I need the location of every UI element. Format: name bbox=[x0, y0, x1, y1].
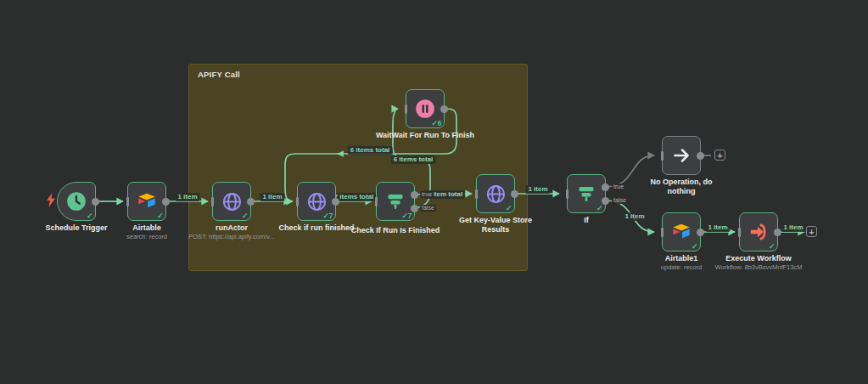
output-port-true[interactable] bbox=[411, 191, 418, 199]
input-port[interactable] bbox=[126, 197, 130, 206]
port-label-false: false bbox=[420, 205, 436, 212]
success-badge: ✓ bbox=[769, 242, 775, 251]
node-label: No Operation, do nothing bbox=[644, 178, 719, 196]
edge-label: 1 item bbox=[175, 193, 199, 201]
airtable-icon bbox=[670, 221, 692, 243]
globe-icon bbox=[221, 191, 243, 212]
node-label: Check If Run Is Finished bbox=[340, 226, 451, 236]
output-port[interactable] bbox=[697, 229, 704, 236]
success-badge: ✓7 bbox=[322, 212, 333, 220]
globe-icon bbox=[485, 184, 507, 205]
input-port[interactable] bbox=[661, 151, 664, 161]
edge-label: 1 item bbox=[260, 193, 284, 201]
output-port[interactable] bbox=[332, 198, 339, 206]
add-node-button[interactable]: + bbox=[714, 150, 725, 161]
node-check-if-run-is-finished[interactable]: ✓7 bbox=[376, 182, 415, 221]
output-port[interactable] bbox=[162, 198, 170, 206]
input-port[interactable] bbox=[405, 104, 408, 114]
node-label: If bbox=[535, 216, 637, 226]
arrow-right-icon bbox=[671, 145, 692, 166]
node-execute-workflow[interactable]: ✓ bbox=[739, 212, 778, 251]
node-schedule-trigger[interactable]: ✓ bbox=[57, 182, 96, 221]
node-check-if-run-finished[interactable]: ✓7 bbox=[297, 182, 336, 221]
port-label-true: true bbox=[420, 191, 434, 198]
edge-label: 1 item bbox=[781, 223, 805, 232]
node-label: Get Key-Value Store Results bbox=[449, 216, 542, 234]
workflow-icon bbox=[748, 221, 770, 243]
output-port-true[interactable] bbox=[602, 184, 609, 191]
node-airtable[interactable]: ✓ bbox=[127, 182, 166, 221]
success-badge: ✓ bbox=[87, 212, 92, 220]
input-port[interactable] bbox=[475, 189, 479, 199]
edge-label: 6 items total bbox=[391, 155, 436, 164]
port-label-false: false bbox=[612, 197, 628, 204]
output-port[interactable] bbox=[697, 152, 704, 160]
node-label: WaitWait For Run To Finish bbox=[374, 131, 476, 141]
edge-label: 1 item bbox=[525, 185, 550, 194]
trigger-bolt-icon bbox=[46, 193, 56, 207]
success-badge: ✓7 bbox=[401, 212, 412, 220]
output-port[interactable] bbox=[511, 190, 518, 198]
input-port[interactable] bbox=[738, 228, 742, 237]
node-label: Execute WorkflowWorkflow: 8b3vBsvvMnfF13… bbox=[703, 254, 814, 271]
input-port[interactable] bbox=[296, 197, 300, 206]
signpost-icon bbox=[385, 191, 406, 212]
input-port[interactable] bbox=[211, 197, 215, 206]
success-badge: ✓6 bbox=[431, 119, 441, 127]
output-port[interactable] bbox=[440, 105, 448, 113]
success-badge: ✓ bbox=[596, 204, 602, 212]
input-port[interactable] bbox=[566, 189, 569, 199]
port-label-true: true bbox=[612, 184, 625, 190]
signpost-icon bbox=[576, 184, 596, 204]
group-title: APIFY Call bbox=[198, 70, 240, 79]
output-port[interactable] bbox=[92, 198, 99, 206]
edge-label: 1 item bbox=[705, 223, 730, 232]
node-waitwait-for-run-to-finish[interactable]: ✓6 bbox=[406, 89, 445, 128]
success-badge: ✓ bbox=[506, 204, 512, 212]
add-node-button[interactable]: + bbox=[806, 226, 817, 237]
pause-icon bbox=[414, 98, 436, 120]
success-badge: ✓ bbox=[242, 212, 248, 220]
node-airtable1[interactable]: ✓ bbox=[662, 212, 701, 251]
node-runactor[interactable]: ✓ bbox=[212, 182, 251, 221]
output-port[interactable] bbox=[774, 229, 781, 236]
edge-label: 6 items total bbox=[348, 146, 393, 155]
globe-icon bbox=[306, 191, 328, 212]
input-port[interactable] bbox=[661, 228, 664, 237]
output-port[interactable] bbox=[247, 198, 255, 206]
workflow-canvas[interactable]: APIFY Call bbox=[0, 0, 868, 384]
node-no-operation[interactable] bbox=[662, 136, 701, 175]
input-port[interactable] bbox=[375, 197, 378, 206]
node-if[interactable]: ✓ bbox=[567, 174, 606, 213]
airtable-icon bbox=[136, 190, 158, 212]
success-badge: ✓ bbox=[692, 242, 697, 251]
success-badge: ✓ bbox=[157, 212, 163, 220]
clock-icon bbox=[65, 190, 87, 212]
node-get-key-value-store-results[interactable]: ✓ bbox=[476, 174, 515, 213]
